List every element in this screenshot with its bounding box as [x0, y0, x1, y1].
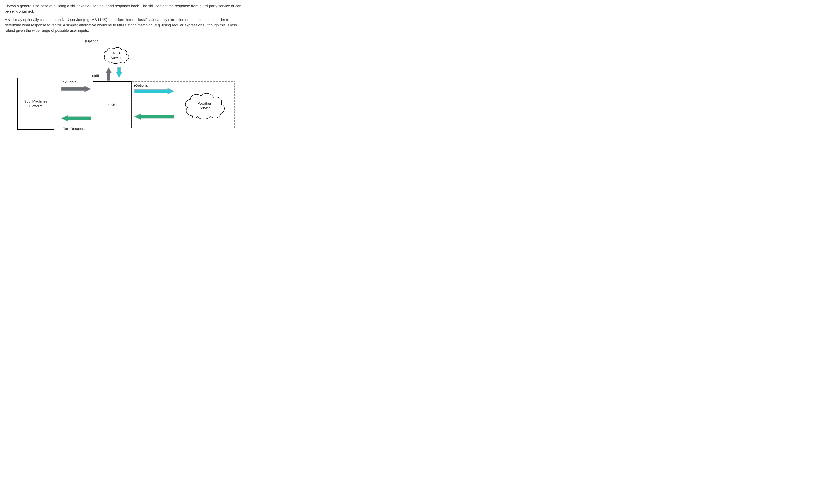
arrow-text-input [61, 86, 91, 92]
weather-cloud: Weather Service [181, 89, 228, 123]
x-skill-box: X Skill [93, 82, 132, 128]
weather-line1: Weather [198, 101, 211, 106]
weather-line2: Service [198, 106, 211, 110]
arrow-from-nlu [116, 67, 122, 78]
text-input-label: Text Input [61, 80, 76, 84]
soul-machines-box: Soul Machines Platform [17, 78, 54, 130]
optional-top-label: (Optional) [85, 39, 101, 43]
soul-machines-line1: Soul Machines [24, 99, 47, 104]
arrow-to-weather [134, 88, 174, 94]
paragraph-1: Shows a general use-case of building a s… [5, 3, 243, 14]
x-skill-label: X Skill [107, 103, 117, 107]
soul-machines-line2: Platform [29, 104, 42, 108]
skill-label: Skill [92, 74, 99, 78]
nlu-cloud: NLU Service [101, 45, 132, 66]
paragraph-2: A skill may optionally call out to an NL… [5, 17, 243, 33]
arrow-from-weather [134, 113, 174, 120]
nlu-line2: Service [110, 55, 122, 60]
text-response-label: Text Response [63, 127, 87, 131]
optional-right-label: (Optional) [134, 84, 150, 87]
arrow-to-nlu [105, 67, 112, 81]
arrow-text-response [61, 115, 91, 122]
nlu-line1: NLU [110, 51, 122, 55]
diagram: (Optional) (Optional) Soul Machines Plat… [5, 36, 240, 133]
